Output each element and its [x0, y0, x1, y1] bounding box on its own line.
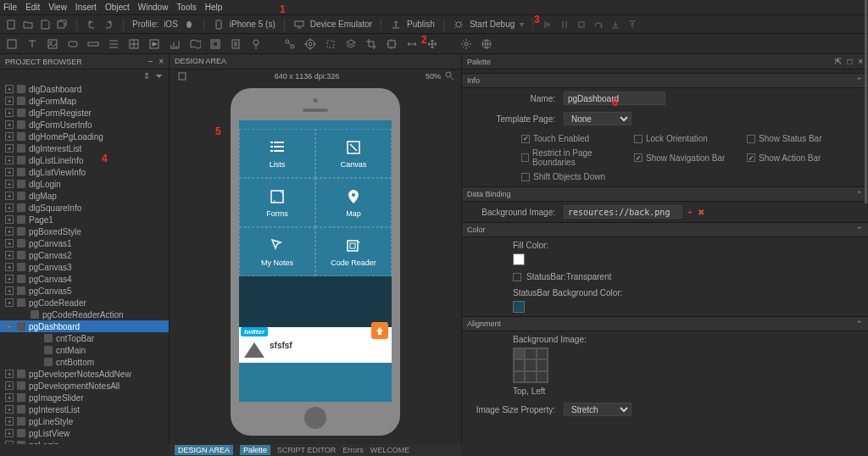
- tree-item[interactable]: +pgInterestList: [0, 403, 169, 415]
- tool-snap-icon[interactable]: [385, 37, 398, 51]
- tool-scroll-icon[interactable]: [229, 37, 242, 51]
- tool-gear-icon[interactable]: [459, 37, 473, 51]
- tree-item[interactable]: +pgImageSlider: [0, 392, 169, 403]
- menu-insert[interactable]: Insert: [75, 3, 97, 12]
- menu-tools[interactable]: Tools: [176, 3, 196, 12]
- checkbox-icon[interactable]: [747, 153, 755, 162]
- tree-item[interactable]: +pgCanvas1: [0, 237, 169, 249]
- tab-palette[interactable]: Palette: [240, 445, 270, 455]
- expand-toggle-icon[interactable]: +: [5, 180, 14, 188]
- imgsize-select[interactable]: Stretch: [564, 403, 632, 416]
- tool-image-icon[interactable]: [46, 37, 59, 51]
- tree-item[interactable]: +pgCanvas4: [0, 273, 169, 285]
- open-icon[interactable]: [22, 19, 34, 31]
- expand-toggle-icon[interactable]: +: [5, 286, 14, 295]
- tool-connect-icon[interactable]: [283, 37, 297, 51]
- tool-layer-icon[interactable]: [344, 37, 358, 51]
- tree-item[interactable]: +dlgFormMap: [0, 95, 169, 107]
- tool-dist-icon[interactable]: [405, 37, 419, 51]
- tab-design-area[interactable]: DESIGN AREA: [175, 445, 233, 455]
- project-tree[interactable]: +dlgDashboard+dlgFormMap+dlgFormRegister…: [0, 81, 169, 444]
- redo-icon[interactable]: [103, 19, 114, 31]
- expand-toggle-icon[interactable]: +: [5, 132, 14, 141]
- tree-item[interactable]: −pgDashboard: [0, 320, 169, 332]
- bgimage-input[interactable]: [564, 205, 682, 219]
- tree-item[interactable]: +dlgFormUserInfo: [0, 119, 169, 131]
- statusbar-trans-checkbox[interactable]: [513, 273, 521, 281]
- tree-item[interactable]: +dlgFormRegister: [0, 107, 169, 119]
- stepover-icon[interactable]: [593, 19, 604, 31]
- remove-icon[interactable]: ✖: [698, 208, 704, 217]
- stop-icon[interactable]: [576, 19, 587, 31]
- expand-toggle-icon[interactable]: +: [5, 192, 14, 200]
- tree-item[interactable]: +dlgHomePgLoading: [0, 131, 169, 142]
- menu-file[interactable]: File: [3, 3, 17, 12]
- expand-toggle-icon[interactable]: +: [5, 156, 14, 164]
- menu-help[interactable]: Help: [205, 3, 223, 12]
- profile-value[interactable]: iOS: [164, 19, 178, 29]
- device-value[interactable]: iPhone 5 (s): [230, 19, 275, 29]
- saveall-icon[interactable]: [56, 19, 68, 31]
- tree-item[interactable]: +pgCanvas3: [0, 261, 169, 273]
- tool-grid-icon[interactable]: [127, 37, 141, 51]
- tool-map-icon[interactable]: [188, 37, 202, 51]
- tool-button-icon[interactable]: [66, 37, 80, 51]
- tree-item[interactable]: +dlgDashboard: [0, 83, 169, 95]
- tool-play-icon[interactable]: [147, 37, 161, 51]
- tool-container-icon[interactable]: [209, 37, 222, 51]
- chevron-up-icon[interactable]: ⌃: [856, 76, 863, 85]
- option-check[interactable]: Show Status Bar: [747, 134, 851, 143]
- tree-item[interactable]: cntMain: [0, 344, 169, 356]
- undo-icon[interactable]: [86, 19, 97, 31]
- expand-toggle-icon[interactable]: +: [5, 405, 14, 414]
- expand-toggle-icon[interactable]: +: [5, 227, 14, 236]
- dashboard-tile[interactable]: Lists: [239, 129, 315, 178]
- device-frame-icon[interactable]: [176, 70, 188, 82]
- publish-button[interactable]: Publish: [407, 19, 435, 29]
- statusbar-bg-swatch[interactable]: [513, 301, 525, 313]
- expand-toggle-icon[interactable]: +: [5, 275, 14, 283]
- tree-item[interactable]: pgCodeReaderAction: [0, 309, 169, 320]
- option-check[interactable]: Touch Enabled: [521, 134, 626, 143]
- menu-object[interactable]: Object: [105, 3, 130, 12]
- checkbox-icon[interactable]: [747, 135, 755, 143]
- tree-filter-icon[interactable]: ⏷: [155, 71, 164, 80]
- tree-item[interactable]: cntTopBar: [0, 332, 169, 344]
- tree-collapse-icon[interactable]: ⇕: [143, 71, 150, 80]
- expand-toggle-icon[interactable]: +: [5, 108, 14, 117]
- palette-max-icon[interactable]: □: [848, 57, 853, 66]
- tab-errors[interactable]: Errors: [342, 446, 364, 454]
- tree-item[interactable]: +pgLogin: [0, 439, 169, 444]
- tab-welcome[interactable]: WELCOME: [370, 446, 410, 454]
- menu-view[interactable]: View: [48, 3, 67, 12]
- tree-item[interactable]: +dlgLogin: [0, 178, 169, 190]
- option-check[interactable]: Show Navigation Bar: [634, 148, 738, 167]
- tree-item[interactable]: +dlgInterestList: [0, 142, 169, 154]
- expand-toggle-icon[interactable]: +: [5, 429, 14, 437]
- tree-item[interactable]: cntBottom: [0, 356, 169, 368]
- tree-item[interactable]: +pgDeveloperNotesAddNew: [0, 368, 169, 380]
- option-check[interactable]: Lock Orientation: [634, 134, 738, 143]
- device-screen[interactable]: ListsCanvasFormsMapMy NotesCode Reader t…: [239, 120, 392, 402]
- design-canvas[interactable]: ListsCanvasFormsMapMy NotesCode Reader t…: [170, 83, 461, 444]
- expand-toggle-icon[interactable]: +: [5, 168, 14, 176]
- expand-toggle-icon[interactable]: +: [5, 263, 14, 271]
- checkbox-icon[interactable]: [634, 135, 643, 143]
- checkbox-icon[interactable]: [634, 153, 643, 162]
- chevron-up-icon[interactable]: ⌃: [856, 190, 863, 198]
- expand-toggle-icon[interactable]: +: [5, 144, 14, 153]
- tool-crop-icon[interactable]: [364, 37, 378, 51]
- add-icon[interactable]: +: [687, 208, 693, 217]
- tree-item[interactable]: +pgDevelopmentNotesAll: [0, 380, 169, 392]
- tab-script-editor[interactable]: SCRIPT EDITOR: [277, 446, 336, 454]
- tree-item[interactable]: +pgLineStyle: [0, 415, 169, 427]
- new-icon[interactable]: [5, 19, 17, 31]
- zoom-icon[interactable]: [444, 70, 454, 82]
- start-debug-button[interactable]: Start Debug: [470, 19, 515, 29]
- tree-item[interactable]: +dlgSquareInfo: [0, 202, 169, 214]
- tree-item[interactable]: +pgCanvas5: [0, 285, 169, 297]
- stepinto-icon[interactable]: [609, 19, 621, 31]
- tool-rect-icon[interactable]: [5, 37, 19, 51]
- tree-item[interactable]: +dlgListViewInfo: [0, 166, 169, 178]
- pause-icon[interactable]: [559, 19, 570, 31]
